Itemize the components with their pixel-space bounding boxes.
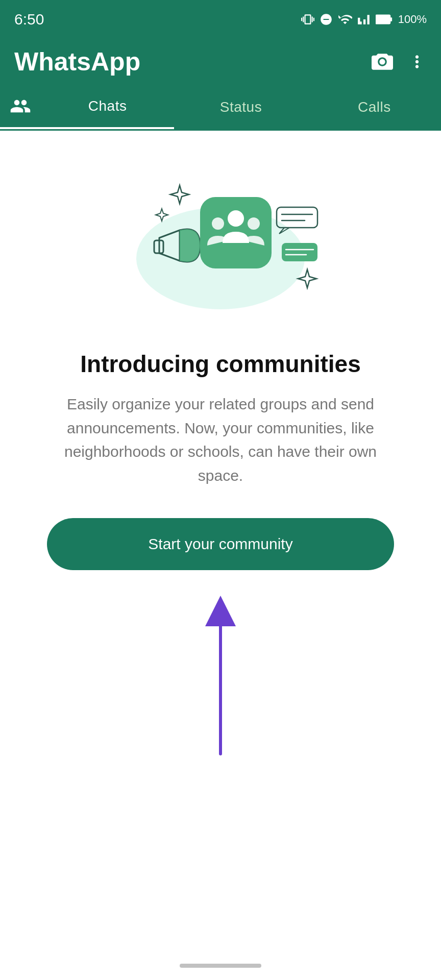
svg-point-6 (212, 217, 224, 230)
arrow-annotation (31, 585, 410, 759)
signal-icon (357, 13, 371, 26)
svg-marker-15 (205, 596, 236, 626)
status-icons: 100% (301, 12, 427, 27)
tab-community[interactable] (0, 85, 41, 129)
dnd-icon (320, 13, 333, 26)
communities-illustration (31, 161, 410, 325)
svg-point-5 (228, 210, 244, 227)
tab-chats-label: Chats (88, 98, 127, 114)
intro-title: Introducing communities (80, 350, 360, 378)
status-bar: 6:50 (0, 0, 441, 37)
tab-status-label: Status (220, 99, 262, 115)
app-bar: WhatsApp (0, 37, 441, 85)
tab-chats[interactable]: Chats (41, 85, 174, 129)
community-tab-icon (10, 95, 31, 117)
svg-rect-1 (390, 17, 392, 21)
tab-calls-label: Calls (358, 99, 391, 115)
wifi-icon (338, 12, 352, 27)
tab-calls[interactable]: Calls (308, 85, 441, 129)
battery-percentage: 100% (398, 13, 427, 26)
svg-rect-11 (282, 243, 317, 261)
intro-description: Easily organize your related groups and … (47, 393, 394, 487)
more-options-button[interactable] (407, 52, 427, 71)
svg-rect-0 (376, 15, 390, 24)
home-indicator (180, 964, 261, 968)
battery-icon (376, 13, 393, 26)
vibrate-icon (301, 13, 314, 26)
app-title: WhatsApp (14, 47, 140, 77)
main-content: Introducing communities Easily organize … (0, 131, 441, 759)
app-bar-actions (372, 51, 427, 72)
svg-point-7 (248, 217, 260, 230)
status-time: 6:50 (14, 11, 44, 28)
start-community-button[interactable]: Start your community (47, 518, 394, 570)
camera-button[interactable] (372, 51, 393, 72)
tab-bar: Chats Status Calls (0, 85, 441, 131)
tab-status[interactable]: Status (174, 85, 307, 129)
